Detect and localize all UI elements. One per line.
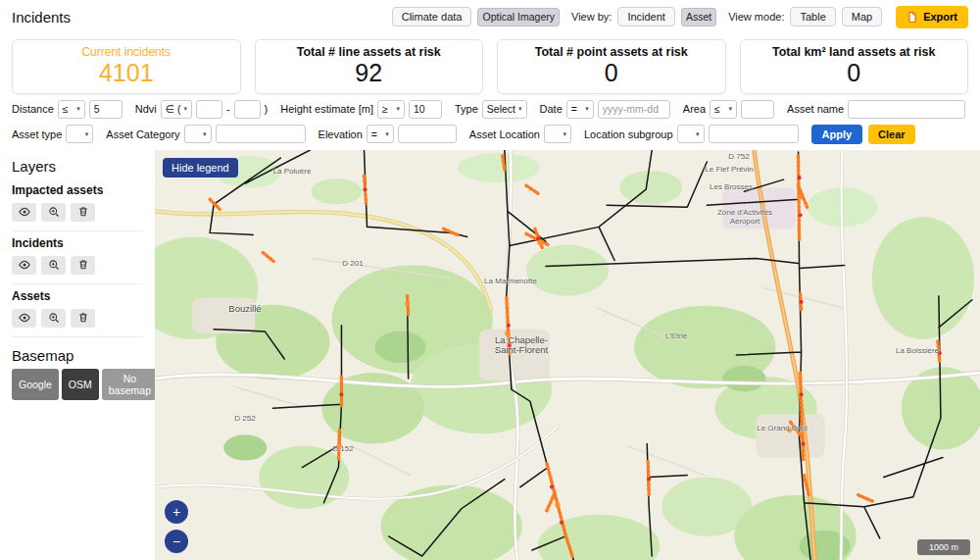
- filter-asset-location: Asset Location ▾: [469, 125, 571, 143]
- toggle-visibility-button[interactable]: [12, 256, 36, 275]
- asset-category-select[interactable]: ▾: [184, 125, 212, 143]
- view-mode-table-button[interactable]: Table: [790, 7, 835, 26]
- filter-elevation: Elevation =▾: [318, 125, 457, 143]
- toggle-visibility-button[interactable]: [12, 309, 36, 328]
- type-label: Type: [455, 103, 478, 115]
- elevation-label: Elevation: [318, 128, 363, 140]
- optical-imagery-button[interactable]: Optical Imagery: [477, 8, 560, 26]
- stats-row: Current incidents 4101 Total # line asse…: [0, 33, 980, 98]
- area-value-input[interactable]: [741, 100, 774, 119]
- asset-category-input[interactable]: [216, 125, 306, 143]
- chevron-down-icon: ▾: [696, 130, 700, 138]
- date-label: Date: [540, 103, 563, 115]
- height-operator-select[interactable]: ≥▾: [377, 100, 405, 119]
- chevron-down-icon: ▾: [85, 130, 89, 138]
- stat-card-line-assets: Total # line assets at risk 92: [255, 39, 484, 94]
- distance-value-input[interactable]: [89, 100, 122, 119]
- view-mode-label: View mode:: [728, 11, 784, 23]
- basemap-none-button[interactable]: No basemap: [102, 369, 158, 400]
- export-button[interactable]: Export: [896, 6, 968, 28]
- map-canvas[interactable]: [155, 150, 980, 560]
- distance-operator-select[interactable]: ≤▾: [58, 100, 85, 119]
- view-mode-map-button[interactable]: Map: [842, 7, 882, 26]
- chevron-down-icon: ▾: [396, 105, 400, 113]
- elevation-value-input[interactable]: [398, 125, 457, 143]
- chevron-down-icon: ▾: [183, 105, 187, 113]
- stat-card-land-assets: Total km² land assets at risk 0: [740, 39, 969, 94]
- stat-card-title: Total # point assets at risk: [502, 45, 721, 59]
- toggle-visibility-button[interactable]: [12, 203, 36, 222]
- magnifier-plus-icon: [48, 259, 60, 271]
- area-label: Area: [683, 103, 706, 115]
- date-input[interactable]: [598, 100, 670, 119]
- stat-card-title: Total km² land assets at risk: [745, 45, 964, 59]
- elevation-operator-select[interactable]: =▾: [367, 125, 394, 143]
- location-subgroup-input[interactable]: [709, 125, 799, 143]
- view-by-asset-button[interactable]: Asset: [681, 8, 716, 26]
- map-scale-bar: 1000 m: [917, 539, 970, 555]
- asset-category-label: Asset Category: [106, 128, 179, 140]
- eye-icon: [19, 206, 30, 218]
- ndvi-label: Ndvi: [135, 103, 157, 115]
- asset-type-select[interactable]: ▾: [66, 125, 93, 143]
- zoom-in-button[interactable]: +: [165, 500, 188, 524]
- apply-button[interactable]: Apply: [811, 125, 863, 144]
- filter-asset-category: Asset Category ▾: [106, 125, 305, 143]
- chevron-down-icon: ▾: [518, 105, 522, 113]
- delete-layer-button[interactable]: [71, 203, 95, 222]
- chevron-down-icon: ▾: [76, 105, 80, 113]
- asset-name-input[interactable]: [848, 100, 965, 119]
- ndvi-min-input[interactable]: [196, 100, 222, 119]
- layer-assets: Assets: [12, 284, 143, 337]
- view-by-incident-button[interactable]: Incident: [617, 7, 675, 26]
- asset-location-select[interactable]: ▾: [544, 125, 571, 143]
- layer-incidents: Incidents: [12, 231, 143, 284]
- filter-area: Area ≤▾: [683, 100, 774, 119]
- layer-label: Impacted assets: [12, 183, 143, 197]
- ndvi-max-input[interactable]: [234, 100, 261, 119]
- basemap-switcher: Google OSM No basemap: [12, 369, 143, 400]
- filter-height: Height estimate [m] ≥▾: [280, 100, 442, 119]
- date-operator-select[interactable]: =▾: [566, 100, 594, 119]
- zoom-to-layer-button[interactable]: [41, 203, 66, 222]
- stat-card-current-incidents: Current incidents 4101: [12, 39, 241, 94]
- zoom-controls: + −: [165, 500, 188, 553]
- filter-date: Date =▾: [540, 100, 670, 119]
- layer-impacted-assets: Impacted assets: [12, 178, 143, 231]
- height-value-input[interactable]: [409, 100, 442, 119]
- zoom-to-layer-button[interactable]: [41, 256, 66, 275]
- location-subgroup-label: Location subgroup: [584, 128, 673, 140]
- filter-asset-name: Asset name: [787, 100, 965, 119]
- trash-icon: [77, 259, 89, 271]
- ndvi-operator-select[interactable]: ∈ (▾: [161, 100, 192, 119]
- filter-asset-type: Asset type ▾: [12, 125, 93, 143]
- clear-button[interactable]: Clear: [868, 125, 915, 144]
- basemap-google-button[interactable]: Google: [12, 369, 59, 400]
- type-select[interactable]: Select▾: [482, 100, 527, 119]
- stat-card-title: Total # line assets at risk: [260, 45, 479, 59]
- filter-row-2: Asset type ▾ Asset Category ▾ Elevation …: [12, 125, 968, 144]
- distance-label: Distance: [12, 103, 54, 115]
- stat-card-value: 0: [745, 60, 964, 87]
- delete-layer-button[interactable]: [71, 309, 95, 328]
- chevron-down-icon: ▾: [563, 130, 566, 138]
- location-subgroup-select[interactable]: ▾: [677, 125, 705, 143]
- export-button-label: Export: [923, 11, 957, 23]
- climate-data-button[interactable]: Climate data: [392, 7, 472, 26]
- basemap-osm-button[interactable]: OSM: [62, 369, 99, 400]
- zoom-out-button[interactable]: −: [165, 530, 188, 553]
- height-label: Height estimate [m]: [280, 103, 373, 115]
- layer-label: Assets: [12, 289, 143, 303]
- zoom-to-layer-button[interactable]: [41, 309, 66, 328]
- delete-layer-button[interactable]: [71, 256, 95, 275]
- page-title: Incidents: [12, 9, 71, 25]
- hide-legend-button[interactable]: Hide legend: [163, 158, 238, 178]
- asset-name-label: Asset name: [787, 103, 844, 115]
- area-operator-select[interactable]: ≤▾: [710, 100, 737, 119]
- stat-card-point-assets: Total # point assets at risk 0: [497, 39, 726, 94]
- filter-row-1: Distance ≤▾ Ndvi ∈ (▾ - ) Height estimat…: [12, 100, 968, 119]
- map-container[interactable]: La PoluèreLes BrossesLe Fief PrévinD 752…: [155, 150, 980, 560]
- filter-distance: Distance ≤▾: [12, 100, 122, 119]
- asset-location-label: Asset Location: [469, 128, 540, 140]
- magnifier-plus-icon: [48, 206, 60, 218]
